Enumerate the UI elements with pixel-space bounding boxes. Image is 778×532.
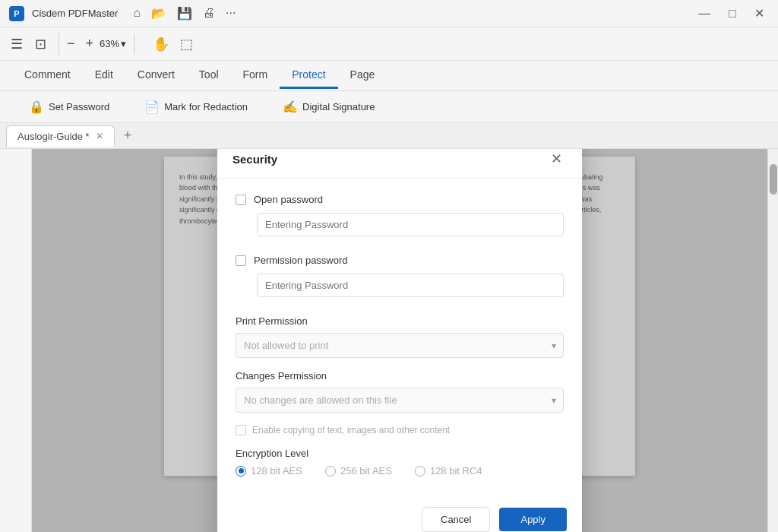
dialog-body: Open password Permission password Prin [217,179,582,498]
minimize-button[interactable]: — [694,5,715,22]
permission-password-input[interactable] [257,274,564,297]
open-password-input-row [257,213,564,247]
dialog-footer: Cancel Apply [217,498,582,532]
right-sidebar [767,149,778,532]
select-tool-button[interactable]: ⬚ [176,33,198,55]
toolbar-nav: ✋ ⬚ [142,33,198,55]
enable-copy-row: Enable copying of text, images and other… [236,425,564,435]
changes-permission-select-wrapper: No changes are allowed on this file ▾ [236,388,564,413]
security-dialog: Security ✕ Open password [217,149,582,532]
save-icon[interactable]: 💾 [177,6,192,21]
menu-protect[interactable]: Protect [280,62,337,89]
dialog-close-button[interactable]: ✕ [546,149,567,169]
menu-convert[interactable]: Convert [125,62,187,89]
menubar: Comment Edit Convert Tool Form Protect P… [0,61,778,91]
app-name: Cisdem PDFMaster [32,8,118,19]
encryption-label: Encryption Level [236,448,564,459]
permission-password-label: Permission password [254,255,348,266]
enable-copy-checkbox[interactable] [236,425,246,435]
tab-label: Auslogir-Guide * [17,131,90,142]
menu-tool[interactable]: Tool [187,62,231,89]
menu-page[interactable]: Page [338,62,387,89]
subtoolbar: 🔒 Set Password 📄 Mark for Redaction ✍ Di… [0,91,778,123]
zoom-arrow-icon: ▾ [121,38,126,49]
content-area: In this study, the marker for activation… [32,149,767,532]
open-password-label: Open password [254,194,323,205]
encryption-128rc4[interactable]: 128 bit RC4 [415,465,482,477]
radio-128rc4-label: 128 bit RC4 [430,465,482,477]
print-icon[interactable]: 🖨 [203,6,215,21]
open-password-checkbox[interactable] [236,195,246,205]
radio-256aes-label: 256 bit AES [340,465,392,477]
permission-password-input-row [257,274,564,308]
set-password-button[interactable]: 🔒 Set Password [23,97,115,117]
print-permission-select[interactable]: Not allowed to print [236,333,564,358]
titlebar-icons: ⌂ 📂 💾 🖨 ··· [133,6,236,21]
main-area: In this study, the marker for activation… [0,149,778,532]
menu-comment[interactable]: Comment [12,62,83,89]
lock-icon: 🔒 [29,100,44,114]
dialog-title: Security [232,153,277,166]
changes-permission-select[interactable]: No changes are allowed on this file [236,388,564,413]
open-password-input[interactable] [257,213,564,236]
sidebar-toggle-button[interactable]: ☰ [6,33,27,55]
document-tab[interactable]: Auslogir-Guide * ✕ [6,125,115,147]
radio-128aes-label: 128 bit AES [251,465,302,477]
zoom-in-button[interactable]: + [81,33,99,55]
print-permission-label: Print Permission [236,315,564,327]
menu-edit[interactable]: Edit [83,62,125,89]
signature-icon: ✍ [283,100,298,114]
digital-signature-button[interactable]: ✍ Digital Signature [277,97,381,117]
tab-close-button[interactable]: ✕ [96,131,103,141]
mark-redaction-button[interactable]: 📄 Mark for Redaction [138,97,254,117]
encryption-128aes[interactable]: 128 bit AES [236,465,302,477]
radio-256aes-button [325,466,336,477]
menu-form[interactable]: Form [231,62,280,89]
more-icon[interactable]: ··· [226,6,236,21]
toolbar: ☰ ⊡ − + 63% ▾ ✋ ⬚ [0,27,778,61]
modal-overlay: Security ✕ Open password [32,149,767,532]
left-sidebar [0,149,32,532]
open-password-row: Open password [236,194,564,205]
maximize-button[interactable]: □ [724,5,741,22]
tabbar: Auslogir-Guide * ✕ + [0,123,778,149]
zoom-level[interactable]: 63% ▾ [100,38,126,49]
print-permission-select-wrapper: Not allowed to print ▾ [236,333,564,358]
permission-password-row: Permission password [236,255,564,266]
window-controls: — □ ✕ [694,5,769,22]
dialog-header: Security ✕ [217,149,582,179]
titlebar: P Cisdem PDFMaster ⌂ 📂 💾 🖨 ··· — □ ✕ [0,0,778,27]
enable-copy-label: Enable copying of text, images and other… [252,425,450,435]
encryption-radio-group: 128 bit AES 256 bit AES 128 bit RC4 [236,465,564,477]
changes-permission-label: Changes Permission [236,370,564,382]
hand-tool-button[interactable]: ✋ [148,33,174,55]
scrollbar-thumb[interactable] [770,164,777,195]
new-tab-button[interactable]: + [118,126,138,145]
home-icon[interactable]: ⌂ [133,6,141,21]
close-button[interactable]: ✕ [750,5,769,22]
fit-page-button[interactable]: ⊡ [30,33,51,55]
toolbar-separator [134,33,134,55]
toolbar-left: ☰ ⊡ [6,33,59,55]
app-logo: P [9,6,24,21]
redaction-icon: 📄 [144,100,160,114]
encryption-256aes[interactable]: 256 bit AES [325,465,392,477]
zoom-out-button[interactable]: − [62,33,80,55]
radio-128rc4-button [415,466,425,477]
zoom-area: − + 63% ▾ [62,33,126,55]
open-file-icon[interactable]: 📂 [151,6,166,21]
radio-128aes-button [236,466,246,477]
permission-password-checkbox[interactable] [236,255,246,266]
cancel-button[interactable]: Cancel [422,507,490,532]
encryption-section: Encryption Level 128 bit AES 256 bit AES [236,448,564,477]
apply-button[interactable]: Apply [499,508,567,531]
